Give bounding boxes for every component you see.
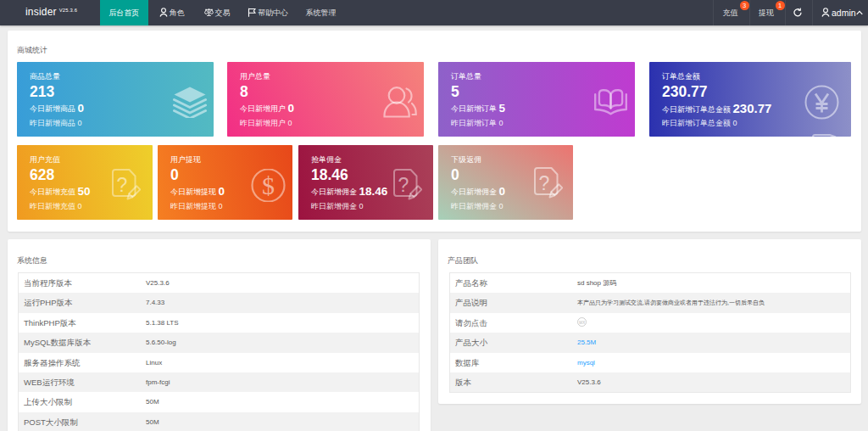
svg-text:$: $ bbox=[262, 171, 275, 199]
svg-text:WX: WX bbox=[579, 320, 585, 324]
svg-text:?: ? bbox=[117, 174, 128, 196]
svg-text:?: ? bbox=[539, 172, 550, 194]
svg-text:?: ? bbox=[398, 174, 409, 196]
